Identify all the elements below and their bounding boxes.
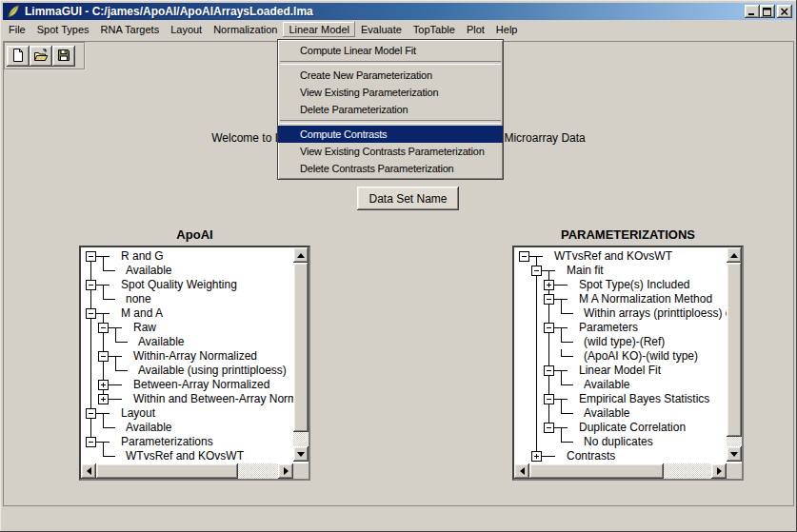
menu-item-delete-parameterization[interactable]: Delete Parameterization bbox=[278, 101, 503, 118]
menubar-item-linear-model[interactable]: Linear Model bbox=[283, 22, 355, 37]
scroll-left-arrow[interactable] bbox=[81, 463, 96, 479]
scroll-down-arrow[interactable] bbox=[293, 446, 309, 462]
menubar-item-evaluate[interactable]: Evaluate bbox=[355, 22, 408, 37]
tree-node-r-and-g: R and G bbox=[83, 249, 293, 264]
tree-node-between-array-normalized: Between-Array Normalized bbox=[83, 378, 293, 392]
menu-separator bbox=[280, 120, 501, 124]
tree-label[interactable]: none bbox=[126, 292, 151, 306]
menubar-item-normalization[interactable]: Normalization bbox=[208, 22, 283, 37]
vertical-scrollbar[interactable] bbox=[293, 247, 309, 462]
menubar-item-file[interactable]: File bbox=[3, 22, 31, 37]
tree-label[interactable]: Spot Quality Weighting bbox=[121, 278, 237, 292]
menu-separator bbox=[280, 61, 501, 65]
maximize-button[interactable] bbox=[760, 5, 775, 18]
title-bar[interactable]: LimmaGUI - C:/james/ApoAI/ApoAIArraysLoa… bbox=[3, 3, 794, 20]
menu-item-view-existing-parameterization[interactable]: View Existing Parameterization bbox=[278, 84, 503, 101]
tree-label[interactable]: Available (using printtiploess) bbox=[138, 364, 287, 378]
toolbar bbox=[4, 42, 86, 70]
new-file-icon bbox=[10, 48, 26, 66]
tree-label[interactable]: Empirical Bayes Statistics bbox=[579, 392, 709, 406]
scroll-right-arrow[interactable] bbox=[711, 463, 727, 479]
vertical-scrollbar[interactable] bbox=[727, 247, 742, 462]
scroll-left-arrow[interactable] bbox=[514, 463, 529, 479]
parameterizations-tree: WTvsRef and KOvsWTMain fitSpot Type(s) I… bbox=[512, 246, 744, 481]
horizontal-scrollbar[interactable] bbox=[81, 463, 293, 479]
tree-node-none: none bbox=[83, 292, 293, 306]
tree-node-available: Available bbox=[516, 406, 727, 421]
close-button[interactable] bbox=[777, 5, 792, 18]
scroll-down-arrow[interactable] bbox=[727, 446, 742, 462]
menu-item-compute-linear-model-fit[interactable]: Compute Linear Model Fit bbox=[278, 42, 503, 59]
tree-node-raw: Raw bbox=[83, 321, 293, 335]
tree-node-parameters: Parameters bbox=[516, 321, 727, 335]
tree-label[interactable]: Within and Between-Array Norm bbox=[133, 392, 293, 406]
tree-label[interactable]: No duplicates bbox=[584, 435, 653, 449]
open-button[interactable] bbox=[30, 46, 52, 67]
tree-node-wtvsref-and-kovswt: WTvsRef and KOvsWT bbox=[83, 449, 293, 463]
menu-item-create-new-parameterization[interactable]: Create New Parameterization bbox=[278, 67, 503, 84]
tree-label[interactable]: Layout bbox=[121, 406, 155, 421]
tree-label[interactable]: Contrasts bbox=[567, 449, 615, 463]
open-folder-icon bbox=[33, 48, 50, 66]
minimize-button[interactable] bbox=[745, 5, 760, 18]
tree-label[interactable]: WTvsRef and KOvsWT bbox=[126, 449, 244, 463]
tree-label[interactable]: (wild type)-(Ref) bbox=[584, 335, 665, 349]
parameterizations-tree-rows: WTvsRef and KOvsWTMain fitSpot Type(s) I… bbox=[516, 249, 727, 463]
dataset-tree: R and GAvailableSpot Quality Weightingno… bbox=[79, 246, 310, 481]
tree-label[interactable]: M A Normalization Method bbox=[579, 292, 712, 306]
menubar-item-toptable[interactable]: TopTable bbox=[408, 22, 461, 37]
save-button[interactable] bbox=[52, 46, 75, 67]
menubar-item-help[interactable]: Help bbox=[490, 22, 524, 37]
tree-label[interactable]: Raw bbox=[133, 321, 156, 335]
tree-label[interactable]: Available bbox=[126, 264, 171, 278]
menu-bar: FileSpot TypesRNA TargetsLayoutNormaliza… bbox=[3, 20, 794, 39]
tree-label[interactable]: Available bbox=[584, 406, 629, 421]
tree-node-available: Available bbox=[83, 264, 293, 278]
new-button[interactable] bbox=[7, 46, 30, 67]
menubar-item-layout[interactable]: Layout bbox=[165, 22, 208, 37]
horizontal-scrollbar-thumb[interactable] bbox=[96, 463, 238, 479]
menubar-item-spot-types[interactable]: Spot Types bbox=[31, 22, 95, 37]
tree-node-no-duplicates: No duplicates bbox=[516, 435, 727, 449]
menubar-item-plot[interactable]: Plot bbox=[461, 22, 490, 37]
tree-label[interactable]: Within-Array Normalized bbox=[133, 349, 257, 364]
tree-label[interactable]: M and A bbox=[121, 306, 163, 321]
tree-label[interactable]: Linear Model Fit bbox=[579, 364, 661, 378]
horizontal-scrollbar-thumb[interactable] bbox=[529, 463, 664, 479]
vertical-scrollbar-thumb[interactable] bbox=[293, 263, 309, 432]
menubar-item-rna-targets[interactable]: RNA Targets bbox=[95, 22, 166, 37]
tree-node-duplicate-correlation: Duplicate Correlation bbox=[516, 421, 727, 435]
tree-node-main-fit: Main fit bbox=[516, 264, 727, 278]
tree-label[interactable]: Available bbox=[138, 335, 184, 349]
tree-node-apoai-ko-wild-type: (ApoAI KO)-(wild type) bbox=[516, 349, 727, 364]
vertical-scrollbar-thumb[interactable] bbox=[727, 263, 742, 437]
tree-label[interactable]: Parameters bbox=[579, 321, 638, 335]
scrollbar-corner bbox=[727, 463, 742, 479]
scroll-up-arrow[interactable] bbox=[293, 247, 309, 263]
tree-label[interactable]: Between-Array Normalized bbox=[133, 378, 269, 392]
tree-label[interactable]: Spot Type(s) Included bbox=[579, 278, 690, 292]
tree-label[interactable]: (ApoAI KO)-(wild type) bbox=[584, 349, 698, 364]
menu-item-delete-contrasts-parameterization[interactable]: Delete Contrasts Parameterization bbox=[278, 160, 503, 177]
menu-item-view-existing-contrasts-parameterization[interactable]: View Existing Contrasts Parameterization bbox=[278, 143, 503, 160]
tree-label[interactable]: Available bbox=[584, 378, 629, 392]
tree-node-within-arrays-printtiploess-o: Within arrays (printtiploess) o bbox=[516, 306, 727, 321]
scroll-right-arrow[interactable] bbox=[278, 463, 293, 479]
tree-label[interactable]: Available bbox=[126, 421, 171, 435]
tree-label[interactable]: Within arrays (printtiploess) o bbox=[584, 306, 727, 321]
scroll-up-arrow[interactable] bbox=[727, 247, 742, 263]
tree-label[interactable]: Parameterizations bbox=[121, 435, 213, 449]
tree-node-contrasts: Contrasts bbox=[516, 449, 727, 463]
tree-label[interactable]: Duplicate Correlation bbox=[579, 421, 686, 435]
tree-node-available-using-printtiploess: Available (using printtiploess) bbox=[83, 364, 293, 378]
data-set-name-button[interactable]: Data Set Name bbox=[357, 187, 459, 210]
tree-label[interactable]: R and G bbox=[121, 249, 164, 264]
right-tree-title: PARAMETERIZATIONS bbox=[512, 227, 744, 242]
tree-node-spot-quality-weighting: Spot Quality Weighting bbox=[83, 278, 293, 292]
tree-label[interactable]: Main fit bbox=[567, 264, 604, 278]
scrollbar-corner bbox=[293, 463, 309, 479]
tree-label[interactable]: WTvsRef and KOvsWT bbox=[554, 249, 672, 264]
menu-item-compute-contrasts[interactable]: Compute Contrasts bbox=[278, 126, 503, 143]
horizontal-scrollbar[interactable] bbox=[514, 463, 727, 479]
tree-node-m-and-a: M and A bbox=[83, 306, 293, 321]
